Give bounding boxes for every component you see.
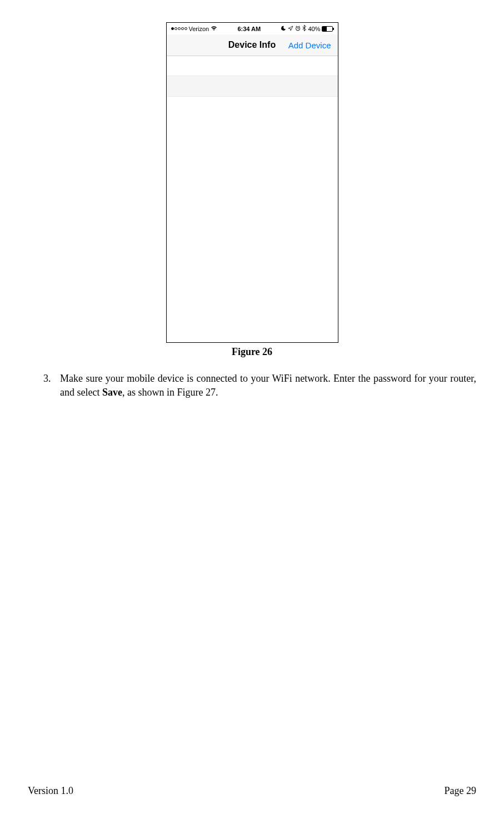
figure-caption: Figure 26: [28, 346, 476, 358]
battery-icon: [322, 26, 333, 32]
empty-list-row: [167, 76, 338, 97]
svg-line-2: [298, 28, 299, 29]
instruction-item: 3. Make sure your mobile device is conne…: [43, 372, 476, 399]
instruction-bold-word: Save: [102, 387, 122, 398]
instruction-list: 3. Make sure your mobile device is conne…: [43, 372, 476, 399]
status-right: 40%: [281, 25, 333, 32]
instruction-text-part2: , as shown in Figure 27.: [122, 387, 218, 398]
alarm-icon: [295, 26, 301, 32]
bluetooth-icon: [302, 25, 306, 32]
do-not-disturb-icon: [281, 26, 286, 32]
add-device-button[interactable]: Add Device: [286, 41, 331, 50]
status-left: Verizon: [171, 26, 218, 32]
svg-line-3: [296, 26, 297, 26]
carrier-label: Verizon: [189, 26, 209, 32]
page-footer: Version 1.0 Page 29: [28, 785, 476, 797]
location-icon: [288, 26, 293, 32]
battery-percent-label: 40%: [308, 26, 320, 32]
svg-line-4: [299, 26, 300, 26]
instruction-number: 3.: [43, 372, 53, 399]
phone-content-area: [167, 76, 338, 342]
signal-strength-icon: [171, 27, 187, 30]
phone-screenshot: Verizon 6:34 AM 40% Device Info Ad: [166, 22, 338, 343]
status-bar: Verizon 6:34 AM 40%: [167, 23, 338, 34]
instruction-text: Make sure your mobile device is connecte…: [60, 372, 476, 399]
status-time: 6:34 AM: [237, 26, 261, 32]
nav-title: Device Info: [228, 40, 276, 50]
footer-version: Version 1.0: [28, 785, 73, 797]
navigation-bar: Device Info Add Device: [167, 34, 338, 56]
wifi-icon: [211, 26, 217, 32]
footer-page: Page 29: [445, 785, 477, 797]
